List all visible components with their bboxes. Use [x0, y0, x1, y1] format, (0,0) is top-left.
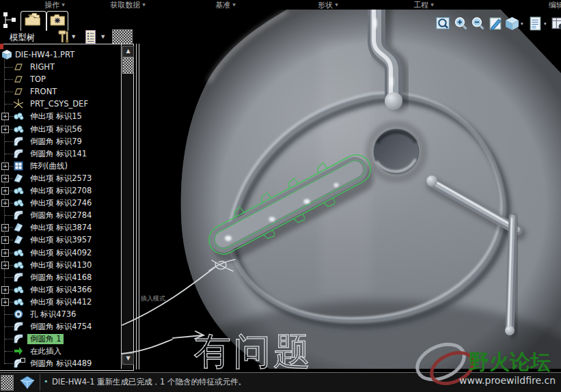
expand-box[interactable]: + [1, 286, 9, 294]
layer-manager-icon[interactable] [528, 16, 543, 31]
tree-item-label[interactable]: 伸出项 标识56 [30, 124, 82, 135]
tree-item-label[interactable]: 伸出项 标识2708 [30, 186, 92, 196]
expand-box[interactable]: + [1, 298, 9, 306]
folder-browser-tab[interactable] [20, 11, 46, 31]
expand-box[interactable]: + [1, 187, 9, 195]
saved-views-dropdown-arrow[interactable]: ▾ [521, 21, 523, 27]
settings-dropdown-arrow[interactable]: ▼ [101, 34, 105, 40]
tree-item[interactable]: 倒圆角 标识141 [0, 148, 120, 160]
tools-dropdown-arrow[interactable]: ▼ [72, 34, 75, 40]
status-message: DIE-HW4-1 重新生成已完成，1 个隐含的特征或元件。 [52, 377, 246, 387]
tree-item-label[interactable]: PRT_CSYS_DEF [30, 99, 88, 109]
tree-item-label[interactable]: 倒圆角 标识4168 [30, 272, 92, 283]
tree-item[interactable]: 倒圆角 1 [0, 333, 120, 345]
menu-item[interactable]: 形状▼ [318, 0, 338, 10]
pane-splitter-line [139, 44, 139, 369]
menu-item[interactable]: 编辑▼ [549, 0, 561, 10]
menu-item[interactable]: 操作▼ [44, 0, 65, 10]
tree-item-label[interactable]: 倒圆角 标识141 [30, 149, 87, 159]
tree-item[interactable]: RIGHT [0, 61, 120, 73]
tree-item[interactable]: +伸出项 标识15 [0, 110, 120, 122]
tree-item[interactable]: DIE-HW4-1.PRT [0, 48, 120, 61]
tree-item-label[interactable]: 伸出项 标识3957 [30, 235, 92, 245]
tree-item[interactable]: +伸出项 标识2746 [0, 197, 120, 209]
tree-item[interactable]: +伸出项 标识4130 [0, 259, 120, 271]
tree-item[interactable]: 倒圆角 标识4168 [0, 271, 120, 283]
tree-item[interactable]: +伸出项 标识2573 [0, 172, 120, 184]
tree-tools-icon[interactable] [57, 29, 70, 44]
model-tree-icon[interactable] [3, 12, 18, 29]
tree-item[interactable]: 孔 标识4736 [0, 308, 120, 320]
expand-box[interactable]: + [1, 175, 9, 182]
menu-item[interactable]: 基准▼ [215, 0, 236, 10]
menu-item[interactable]: 工程▼ [413, 0, 434, 10]
tree-item-label[interactable]: 伸出项 标识4366 [30, 285, 92, 295]
tree-item-label[interactable]: 伸出项 标识4130 [30, 260, 92, 270]
scroll-up-button[interactable]: ▲ [122, 46, 134, 57]
zoom-refit-icon[interactable] [435, 16, 451, 31]
expand-box[interactable]: + [1, 113, 9, 120]
expand-box[interactable]: + [1, 224, 9, 232]
scroll-down-button[interactable]: ▼ [122, 353, 134, 365]
tree-item[interactable]: +伸出项 标识4092 [0, 247, 120, 259]
expand-box[interactable]: + [1, 199, 9, 207]
tree-item-label[interactable]: 伸出项 标识4092 [30, 248, 92, 258]
tree-item[interactable]: FRONT [0, 85, 120, 98]
expand-box[interactable]: + [1, 236, 9, 244]
tree-item-label[interactable]: 倒圆角 标识4754 [30, 322, 92, 332]
tree-item[interactable]: 在此插入 [0, 345, 120, 357]
scrollbar-thumb[interactable] [122, 57, 134, 74]
expand-box[interactable]: + [1, 163, 9, 170]
expand-box[interactable]: + [1, 262, 9, 269]
tree-item-label[interactable]: 伸出项 标识2573 [30, 173, 92, 184]
favorites-tab[interactable] [46, 11, 68, 31]
repaint-icon[interactable] [488, 16, 504, 31]
tree-item[interactable]: TOP [0, 73, 120, 85]
tree-settings-icon[interactable] [85, 29, 97, 44]
tree-item[interactable]: +伸出项 标识4366 [0, 283, 120, 296]
tree-item[interactable]: 倒圆角 标识4489 [0, 357, 120, 369]
expand-box[interactable]: + [1, 249, 9, 257]
tree-item-label[interactable]: 倒圆角 标识4489 [30, 359, 92, 369]
tree-item[interactable]: +伸出项 标识3957 [0, 234, 120, 246]
tree-item[interactable]: +伸出项 标识2708 [0, 184, 120, 197]
model-tree-panel[interactable]: DIE-HW4-1.PRTRIGHTTOPFRONTPRT_CSYS_DEF+伸… [0, 44, 134, 371]
layer-manager-dropdown-arrow[interactable]: ▾ [544, 21, 547, 27]
tree-item-label[interactable]: 倒圆角 标识2784 [30, 210, 92, 221]
tree-item-label[interactable]: FRONT [30, 87, 57, 96]
tree-item[interactable]: 倒圆角 标识4754 [0, 320, 120, 333]
tree-item-label[interactable]: 伸出项 标识3874 [30, 223, 92, 233]
pane-splitter[interactable] [136, 44, 137, 369]
tree-item[interactable]: 倒圆角 标识79 [0, 135, 120, 148]
tree-item[interactable]: +伸出项 标识4412 [0, 296, 120, 308]
tree-item-label[interactable]: 伸出项 标识2746 [30, 198, 92, 208]
saved-views-icon[interactable] [504, 16, 520, 31]
status-bar: • DIE-HW4-1 重新生成已完成，1 个隐含的特征或元件。 [0, 372, 561, 392]
zoom-out-icon[interactable] [470, 16, 486, 31]
tree-item-label-selected[interactable]: 倒圆角 1 [27, 334, 64, 344]
tree-item-label[interactable]: TOP [30, 74, 46, 84]
zoom-in-icon[interactable] [453, 16, 469, 31]
expand-box[interactable]: + [1, 126, 9, 133]
folder-browser-icon [24, 12, 43, 31]
tree-item[interactable]: +阵列(曲线) [0, 160, 120, 172]
tree-item[interactable]: 倒圆角 标识2784 [0, 209, 120, 221]
tree-item[interactable]: +伸出项 标识56 [0, 123, 120, 135]
3d-viewport[interactable] [140, 10, 561, 369]
tree-item-label[interactable]: 伸出项 标识15 [30, 111, 82, 122]
tree-item-label[interactable]: 伸出项 标识4412 [30, 297, 92, 307]
tree-item-label[interactable]: 孔 标识4736 [30, 309, 76, 320]
menu-bar: 操作▼获取数据▼基准▼形状▼工程▼编辑▼ [0, 0, 561, 10]
tree-scrollbar[interactable]: ▲ ▼ [121, 44, 133, 369]
tree-item-label[interactable]: 在此插入 [30, 346, 61, 356]
tree-item[interactable]: +伸出项 标识3874 [0, 221, 120, 234]
tree-item-label[interactable]: RIGHT [30, 62, 55, 72]
tree-item-label[interactable]: 倒圆角 标识79 [30, 137, 82, 147]
menu-item[interactable]: 获取数据▼ [110, 0, 146, 10]
view-manager-icon[interactable] [551, 16, 561, 31]
tree-item[interactable]: PRT_CSYS_DEF [0, 98, 120, 110]
tree-item-label[interactable]: 阵列(曲线) [30, 161, 68, 171]
menu-dropdown-arrow: ▼ [430, 2, 434, 7]
tree-item-label[interactable]: DIE-HW4-1.PRT [15, 50, 74, 59]
status-gem-icon[interactable] [18, 376, 36, 389]
